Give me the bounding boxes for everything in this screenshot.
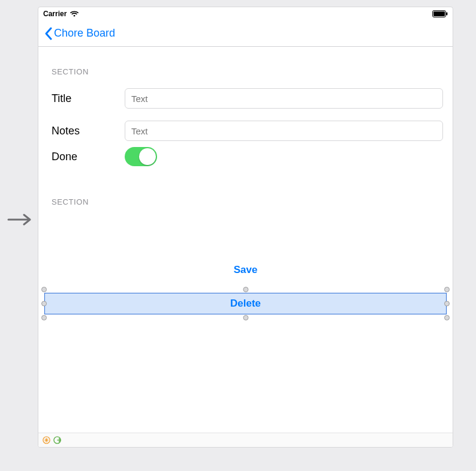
- done-row: Done: [48, 147, 443, 166]
- title-label: Title: [48, 92, 114, 105]
- device-frame: Carrier Chore B: [38, 7, 453, 448]
- section-header-1: SECTION: [52, 67, 443, 76]
- first-responder-icon[interactable]: [42, 436, 50, 445]
- chevron-left-icon: [44, 27, 53, 40]
- switch-knob: [139, 148, 156, 165]
- notes-row: Notes: [48, 121, 443, 141]
- delete-button[interactable]: Delete: [44, 293, 447, 314]
- svg-point-1: [74, 15, 76, 17]
- selection-handle-icon[interactable]: [444, 301, 450, 307]
- selection-handle-icon[interactable]: [444, 315, 450, 320]
- navigation-bar: Chore Board: [38, 20, 453, 47]
- selection-handle-icon[interactable]: [41, 301, 47, 307]
- carrier-label: Carrier: [43, 10, 67, 18]
- notes-input[interactable]: [125, 121, 443, 141]
- status-bar: Carrier: [38, 7, 453, 20]
- back-button[interactable]: Chore Board: [41, 25, 119, 43]
- segue-arrow-icon: [7, 212, 34, 227]
- selection-handle-icon[interactable]: [243, 315, 248, 320]
- section-header-2: SECTION: [52, 197, 443, 206]
- title-row: Title: [48, 88, 443, 109]
- selection-handle-icon[interactable]: [41, 315, 47, 320]
- svg-rect-3: [433, 11, 445, 16]
- selection-handle-icon[interactable]: [243, 287, 248, 292]
- title-input[interactable]: [125, 88, 443, 109]
- save-button[interactable]: Save: [48, 260, 443, 280]
- notes-label: Notes: [48, 125, 114, 137]
- form-content: SECTION Title Notes Done SECTION Save De…: [38, 47, 453, 433]
- scene-footer: [38, 433, 453, 447]
- svg-rect-4: [446, 13, 447, 16]
- wifi-icon: [70, 11, 79, 17]
- delete-button-selection: Delete: [44, 293, 447, 314]
- exit-icon[interactable]: [53, 436, 61, 445]
- battery-icon: [432, 10, 448, 17]
- done-switch[interactable]: [125, 147, 157, 166]
- back-button-label: Chore Board: [54, 27, 115, 40]
- selection-handle-icon[interactable]: [41, 287, 47, 292]
- done-label: Done: [48, 151, 114, 163]
- selection-handle-icon[interactable]: [444, 287, 450, 292]
